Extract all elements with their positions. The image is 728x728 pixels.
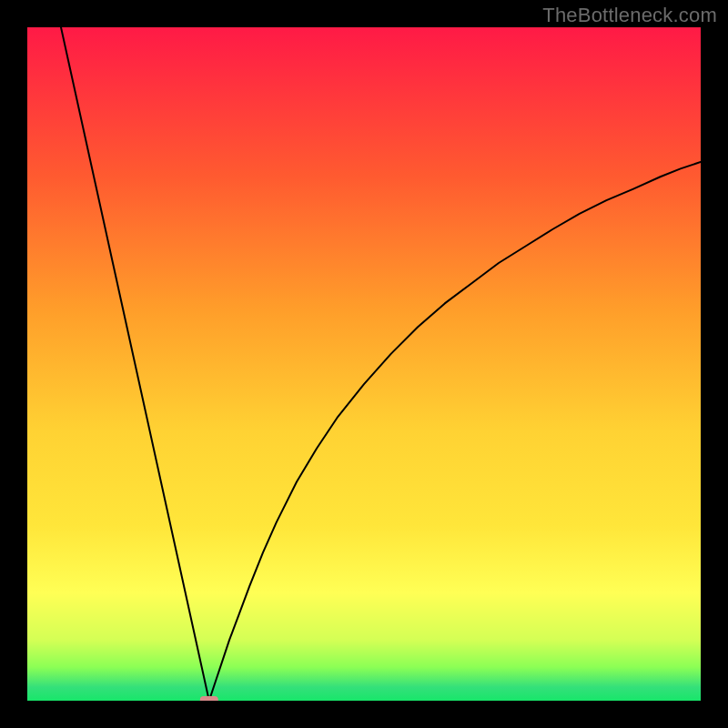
chart-container: TheBottleneck.com xyxy=(0,0,728,728)
minimum-marker xyxy=(200,696,218,701)
chart-svg xyxy=(27,27,701,701)
plot-area xyxy=(27,27,701,701)
watermark-text: TheBottleneck.com xyxy=(542,4,717,27)
gradient-background xyxy=(27,27,701,701)
